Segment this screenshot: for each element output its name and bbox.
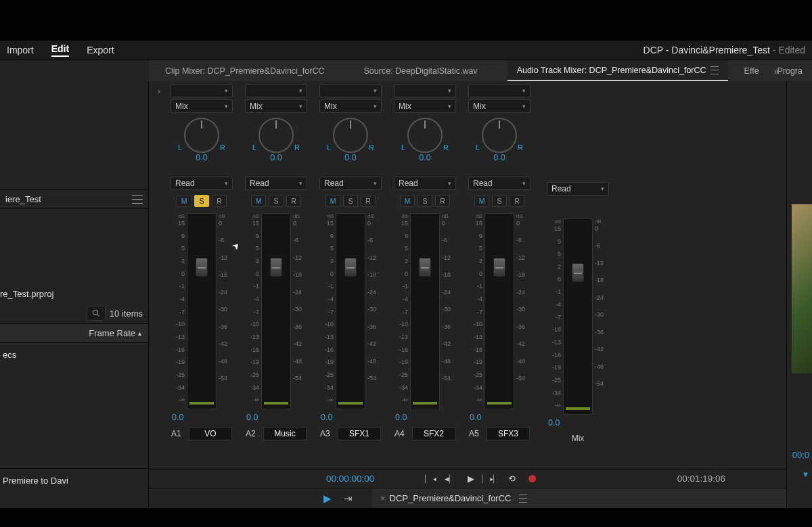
tab-source[interactable]: Source: DeepDigitalStatic.wav bbox=[354, 60, 487, 81]
track-name-input[interactable]: SFX1 bbox=[338, 427, 381, 440]
video-preview bbox=[792, 204, 812, 373]
close-icon[interactable]: × bbox=[380, 493, 386, 503]
fader-value[interactable]: 0.0 bbox=[172, 413, 183, 422]
volume-fader[interactable] bbox=[344, 258, 357, 277]
record-enable-button[interactable]: R bbox=[286, 195, 301, 207]
pan-value[interactable]: 0.0 bbox=[344, 153, 356, 162]
pan-knob[interactable] bbox=[482, 118, 517, 153]
automation-mode-dropdown[interactable]: Read▾ bbox=[468, 177, 531, 190]
panel-menu-icon[interactable] bbox=[519, 495, 527, 503]
go-to-in-icon[interactable]: ⎸◂ bbox=[424, 473, 436, 485]
solo-button[interactable]: S bbox=[194, 195, 209, 207]
solo-button[interactable]: S bbox=[492, 195, 507, 207]
solo-button[interactable]: S bbox=[343, 195, 358, 207]
pan-value[interactable]: 0.0 bbox=[196, 153, 207, 162]
insert-slot-dropdown[interactable]: ▾ bbox=[394, 84, 456, 97]
record-icon[interactable] bbox=[526, 473, 538, 485]
master-label: Mix bbox=[556, 432, 600, 446]
panel-menu-icon[interactable] bbox=[710, 66, 719, 74]
pan-value[interactable]: 0.0 bbox=[270, 153, 281, 162]
tab-effects[interactable]: Effe bbox=[735, 60, 769, 81]
tab-program[interactable]: Progra bbox=[767, 60, 812, 81]
fader-value[interactable]: 0.0 bbox=[395, 413, 407, 422]
menu-export[interactable]: Export bbox=[87, 45, 114, 55]
pan-knob[interactable] bbox=[184, 118, 219, 153]
volume-fader[interactable] bbox=[196, 258, 208, 277]
sort-up-icon: ▴ bbox=[138, 329, 141, 337]
fader-value[interactable]: 0.0 bbox=[470, 413, 481, 422]
insert-slot-dropdown[interactable]: ▾ bbox=[468, 84, 531, 97]
svg-line-1 bbox=[97, 315, 99, 317]
playhead-marker-icon[interactable]: ▼ bbox=[802, 470, 809, 478]
record-enable-button[interactable]: R bbox=[212, 195, 227, 207]
track-name-input[interactable]: SFX2 bbox=[412, 427, 455, 440]
mute-button[interactable]: M bbox=[400, 195, 415, 207]
timecode-in[interactable]: 00:00:00:00 bbox=[326, 474, 374, 484]
volume-fader[interactable] bbox=[572, 263, 584, 282]
search-icon bbox=[91, 308, 101, 318]
selection-tool-icon[interactable]: ▶ bbox=[323, 492, 332, 505]
step-forward-icon[interactable]: ⎸▸⎸ bbox=[485, 473, 497, 485]
play-icon[interactable]: ▶ bbox=[465, 473, 477, 485]
project-name: iere_Test bbox=[5, 194, 41, 204]
fader-value[interactable]: 0.0 bbox=[246, 413, 258, 422]
volume-fader[interactable] bbox=[270, 258, 282, 277]
panel-menu-icon[interactable] bbox=[132, 196, 143, 204]
project-panel: iere_Test re_Test.prproj 10 items Frame … bbox=[0, 81, 149, 508]
volume-fader[interactable] bbox=[493, 258, 505, 277]
record-enable-button[interactable]: R bbox=[435, 195, 450, 207]
pan-knob[interactable] bbox=[258, 118, 294, 153]
tab-audio-track-mixer[interactable]: Audio Track Mixer: DCP_Premiere&Davinci_… bbox=[508, 60, 728, 81]
send-dropdown[interactable]: Mix▾ bbox=[245, 99, 307, 113]
ripple-tool-icon[interactable]: ⇥ bbox=[344, 492, 353, 505]
fader-value[interactable]: 0.0 bbox=[548, 418, 560, 428]
level-meter bbox=[336, 213, 365, 409]
bin-item[interactable]: Premiere to Davi bbox=[0, 468, 148, 499]
track-name-input[interactable]: Music bbox=[263, 427, 307, 440]
project-path: re_Test.prproj bbox=[0, 277, 148, 303]
mute-button[interactable]: M bbox=[251, 195, 266, 207]
insert-slot-dropdown[interactable]: ▾ bbox=[171, 84, 233, 97]
track-name-input[interactable]: VO bbox=[189, 427, 232, 440]
item-count: 10 items bbox=[110, 308, 143, 319]
automation-mode-dropdown[interactable]: Read▾ bbox=[394, 177, 456, 190]
step-back-icon[interactable]: ◂⎸ bbox=[445, 473, 457, 485]
pan-value[interactable]: 0.0 bbox=[493, 153, 505, 162]
record-enable-button[interactable]: R bbox=[510, 195, 524, 207]
send-dropdown[interactable]: Mix▾ bbox=[171, 99, 233, 113]
automation-mode-dropdown[interactable]: Read▾ bbox=[171, 177, 233, 190]
volume-fader[interactable] bbox=[419, 258, 431, 277]
send-dropdown[interactable]: Mix▾ bbox=[319, 99, 382, 113]
send-dropdown[interactable]: Mix▾ bbox=[394, 99, 456, 113]
column-header-framerate[interactable]: Frame Rate ▴ bbox=[0, 323, 148, 343]
automation-mode-dropdown[interactable]: Read▾ bbox=[319, 177, 382, 190]
track-name-input[interactable]: SFX3 bbox=[487, 427, 530, 440]
mute-button[interactable]: M bbox=[474, 195, 489, 207]
solo-button[interactable]: S bbox=[269, 195, 284, 207]
record-enable-button[interactable]: R bbox=[361, 195, 376, 207]
level-meter bbox=[187, 213, 217, 409]
timeline-tab[interactable]: × DCP_Premiere&Davinci_forCC bbox=[372, 488, 535, 508]
menu-import[interactable]: Import bbox=[7, 45, 34, 55]
expand-sends-icon[interactable]: › bbox=[153, 81, 165, 469]
pan-knob[interactable] bbox=[333, 118, 368, 153]
pan-value[interactable]: 0.0 bbox=[419, 153, 430, 162]
search-input[interactable] bbox=[87, 306, 106, 321]
tab-clip-mixer[interactable]: Clip Mixer: DCP_Premiere&Davinci_forCC bbox=[156, 60, 334, 81]
mute-button[interactable]: M bbox=[177, 195, 191, 207]
automation-mode-dropdown[interactable]: Read▾ bbox=[245, 177, 307, 190]
mute-button[interactable]: M bbox=[325, 195, 340, 207]
fader-value[interactable]: 0.0 bbox=[321, 413, 332, 422]
loop-icon[interactable]: ⟲ bbox=[505, 473, 518, 485]
bin-item[interactable]: ecs bbox=[0, 343, 148, 367]
track-id: A5 bbox=[469, 429, 482, 438]
automation-mode-dropdown[interactable]: Read▾ bbox=[547, 182, 609, 196]
insert-slot-dropdown[interactable]: ▾ bbox=[245, 84, 307, 97]
audio-channel: ▾Mix▾LR0.0Read▾MSRdB159520-1-4-7-10-13-1… bbox=[165, 84, 238, 469]
menu-edit[interactable]: Edit bbox=[51, 43, 69, 57]
track-id: A1 bbox=[171, 429, 185, 438]
pan-knob[interactable] bbox=[407, 118, 443, 153]
send-dropdown[interactable]: Mix▾ bbox=[468, 99, 531, 113]
insert-slot-dropdown[interactable]: ▾ bbox=[319, 84, 382, 97]
solo-button[interactable]: S bbox=[418, 195, 432, 207]
